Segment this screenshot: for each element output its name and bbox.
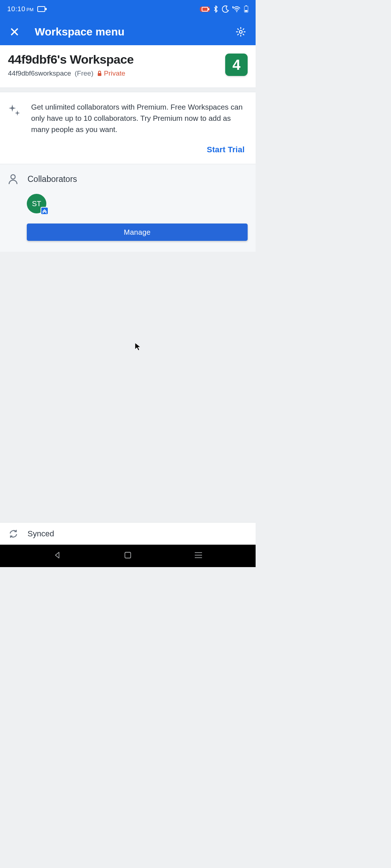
workspace-title: 44f9dbf6's Workspace	[8, 52, 222, 67]
avatar[interactable]: ST	[27, 194, 46, 213]
svg-point-0	[236, 11, 237, 12]
workspace-badge: 4	[225, 54, 248, 76]
lock-icon	[97, 71, 102, 76]
avatar-role-badge-icon	[41, 207, 49, 215]
svg-line-12	[237, 34, 239, 35]
start-trial-button[interactable]: Start Trial	[207, 145, 245, 154]
do-not-disturb-icon	[222, 5, 230, 13]
svg-line-11	[243, 28, 244, 30]
svg-line-9	[237, 28, 239, 30]
nav-recent-button[interactable]	[194, 552, 203, 560]
bluetooth-icon	[213, 5, 219, 13]
workspace-privacy: Private	[97, 69, 125, 77]
recording-badge-icon	[200, 7, 210, 12]
premium-upsell-card: Get unlimited collaborators with Premium…	[0, 92, 256, 164]
workspace-meta: 44f9dbf6sworkspace (Free) Private	[8, 69, 222, 77]
nav-back-button[interactable]	[53, 551, 62, 561]
status-right	[200, 5, 248, 13]
collaborator-avatars: ST	[8, 194, 248, 213]
svg-point-4	[239, 30, 242, 33]
sync-label: Synced	[28, 529, 54, 539]
battery-icon	[244, 5, 248, 13]
sync-icon	[9, 529, 18, 539]
svg-line-10	[243, 34, 244, 35]
status-left: 10:10PM	[7, 5, 45, 13]
sparkle-icon	[8, 103, 22, 135]
sync-footer[interactable]: Synced	[0, 522, 256, 545]
workspace-header: 44f9dbf6's Workspace 44f9dbf6sworkspace …	[0, 45, 256, 88]
app-bar: Workspace menu	[0, 18, 256, 45]
workspace-plan: (Free)	[75, 69, 93, 77]
svg-rect-15	[125, 552, 131, 558]
settings-button[interactable]	[235, 26, 247, 38]
person-icon	[8, 174, 18, 184]
android-nav-bar	[0, 545, 256, 567]
cursor-icon	[134, 342, 143, 351]
screen-record-icon	[37, 6, 45, 12]
app-bar-title: Workspace menu	[35, 26, 125, 38]
manage-button[interactable]: Manage	[27, 224, 248, 241]
svg-rect-2	[245, 5, 247, 6]
status-bar: 10:10PM	[0, 0, 256, 18]
premium-text: Get unlimited collaborators with Premium…	[31, 102, 245, 135]
close-button[interactable]	[9, 26, 20, 38]
nav-home-button[interactable]	[124, 551, 132, 561]
wifi-icon	[232, 5, 241, 13]
workspace-slug: 44f9dbf6sworkspace	[8, 69, 71, 77]
svg-rect-3	[245, 10, 248, 12]
svg-rect-13	[98, 73, 101, 76]
status-time: 10:10PM	[7, 5, 34, 13]
divider	[0, 88, 256, 92]
collaborators-card: Collaborators ST Manage	[0, 164, 256, 252]
collaborators-title: Collaborators	[28, 174, 77, 184]
svg-point-14	[11, 175, 15, 179]
